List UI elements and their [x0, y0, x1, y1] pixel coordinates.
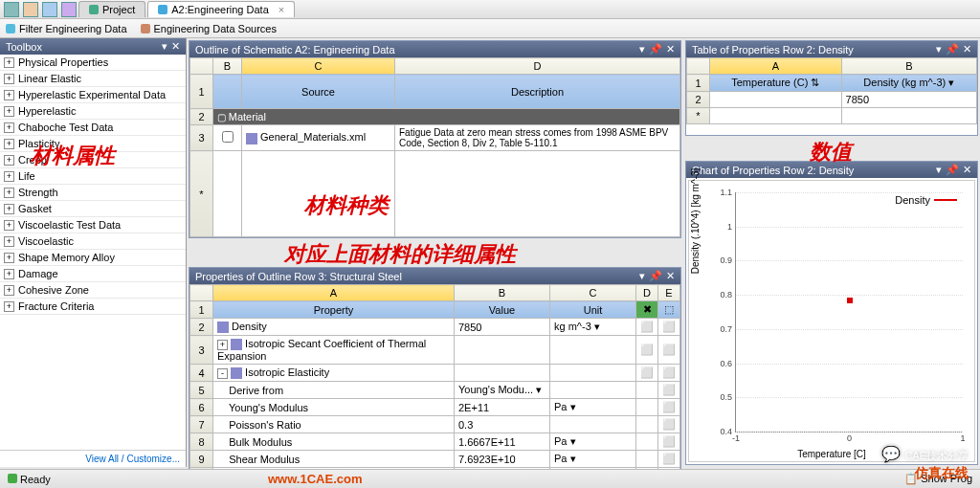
engdata-icon — [158, 5, 167, 14]
expand-icon[interactable]: + — [4, 139, 14, 149]
expand-icon[interactable]: + — [4, 90, 14, 100]
outline-panel: Outline of Schematic A2: Engineering Dat… — [189, 40, 681, 238]
close-icon[interactable]: ✕ — [963, 43, 971, 55]
dropdown-icon[interactable]: ▾ — [639, 43, 645, 55]
project-icon — [89, 5, 99, 14]
file-icon — [246, 133, 257, 144]
table-props-table[interactable]: AB 1Temperature (C) ⇅Density (kg m^-3) ▾… — [686, 57, 977, 124]
pin-icon[interactable]: 📌 — [946, 164, 959, 176]
property-row[interactable]: 3+ Isotropic Secant Coefficient of Therm… — [190, 336, 680, 365]
engineering-data-sources[interactable]: Engineering Data Sources — [141, 23, 277, 34]
pin-icon[interactable]: 📌 — [946, 43, 959, 55]
expand-icon[interactable]: + — [4, 155, 14, 166]
dropdown-icon[interactable]: ▾ — [936, 164, 942, 176]
dropdown-icon[interactable]: ▾ — [936, 43, 942, 55]
toolbox-item[interactable]: +Strength — [0, 185, 186, 201]
watermark-2: 仿真在线 — [915, 465, 969, 482]
table-props-panel: Table of Properties Row 2: Density ▾📌✕ A… — [685, 40, 978, 136]
toolbox-item[interactable]: +Fracture Criteria — [0, 299, 186, 315]
pin-icon[interactable]: ▾ — [162, 40, 167, 53]
filter-bar: Filter Engineering Data Engineering Data… — [0, 19, 980, 38]
dropdown-icon[interactable]: ▾ — [639, 270, 645, 282]
tool-icon-1[interactable] — [4, 2, 19, 17]
expand-icon[interactable]: + — [4, 74, 14, 84]
toolbox-customize[interactable]: View All / Customize... — [0, 450, 186, 467]
expand-icon[interactable]: + — [4, 204, 14, 214]
expand-icon[interactable]: + — [4, 236, 14, 247]
toolbox-list: +Physical Properties+Linear Elastic+Hype… — [0, 55, 186, 450]
prop-icon — [217, 322, 229, 333]
property-row[interactable]: 7 Poisson's Ratio0.3⬜ — [190, 416, 680, 433]
watermark-1: 💬 CAE技术分享 — [881, 445, 969, 463]
expand-icon[interactable]: + — [4, 188, 14, 198]
filter-icon — [6, 24, 15, 33]
data-point — [847, 298, 853, 303]
tab-project[interactable]: Project — [78, 1, 145, 17]
density-chart[interactable]: Density Density (.10^4) [kg m^-3] Temper… — [688, 180, 975, 462]
close-icon[interactable]: ✕ — [666, 43, 675, 55]
chart-ylabel: Density (.10^4) [kg m^-3] — [690, 167, 701, 274]
close-icon[interactable]: ✕ — [666, 270, 675, 282]
toolbox-item[interactable]: +Viscoelastic Test Data — [0, 217, 186, 233]
expand-icon[interactable]: + — [4, 285, 14, 296]
close-icon[interactable]: ✕ — [963, 164, 971, 176]
toolbox-item[interactable]: +Physical Properties — [0, 55, 186, 71]
filter-engineering-data[interactable]: Filter Engineering Data — [6, 23, 127, 34]
toolbox-item[interactable]: +Linear Elastic — [0, 71, 186, 87]
expand-icon[interactable]: + — [4, 220, 14, 231]
annotation-4: 数值 — [810, 138, 980, 159]
toolbox-header: Toolbox ▾✕ — [0, 38, 186, 55]
properties-header: Properties of Outline Row 3: Structural … — [189, 268, 680, 284]
toolbox-panel: Toolbox ▾✕ +Physical Properties+Linear E… — [0, 38, 187, 467]
expand-icon[interactable]: + — [4, 106, 14, 117]
toolbox-item[interactable]: +Chaboche Test Data — [0, 120, 186, 136]
tool-icon-2[interactable] — [23, 2, 38, 17]
tab-engineering-data[interactable]: A2:Engineering Data× — [147, 1, 295, 17]
toolbox-item[interactable]: +Plasticity — [0, 136, 186, 152]
status-bar: Ready 📋 Show Prog — [0, 469, 980, 488]
expand-icon[interactable]: + — [4, 122, 14, 133]
property-row[interactable]: 4- Isotropic Elasticity⬜⬜ — [190, 365, 680, 382]
pin-icon[interactable]: 📌 — [649, 270, 662, 282]
outline-table[interactable]: BCD 1SourceDescription 2▢ Material 3 Gen… — [189, 57, 680, 237]
toolbox-item[interactable]: +Creep — [0, 152, 186, 168]
toolbox-item[interactable]: +Hyperelastic — [0, 103, 186, 120]
watermark-3: www.1CAE.com — [268, 472, 362, 486]
toolbox-item[interactable]: +Cohesive Zone — [0, 282, 186, 299]
toolbox-item[interactable]: +Gasket — [0, 201, 186, 217]
close-icon[interactable]: ✕ — [171, 40, 180, 53]
tool-icon-3[interactable] — [42, 2, 57, 17]
expand-icon[interactable]: + — [4, 171, 14, 182]
expand-icon[interactable]: + — [4, 57, 14, 68]
property-row[interactable]: 6 Young's Modulus2E+11Pa ▾⬜ — [190, 399, 680, 416]
chart-panel: Chart of Properties Row 2: Density ▾📌✕ D… — [685, 161, 978, 465]
pin-icon[interactable]: 📌 — [649, 43, 662, 55]
property-row[interactable]: 9 Shear Modulus7.6923E+10Pa ▾⬜ — [190, 451, 680, 468]
tool-icon-4[interactable] — [61, 2, 77, 17]
ready-icon — [8, 474, 17, 483]
table-props-header: Table of Properties Row 2: Density ▾📌✕ — [686, 41, 977, 57]
expand-icon[interactable]: + — [4, 269, 14, 279]
expand-icon[interactable]: + — [4, 253, 14, 263]
outline-header: Outline of Schematic A2: Engineering Dat… — [189, 41, 680, 57]
sources-icon — [141, 24, 150, 33]
property-row[interactable]: 5 Derive fromYoung's Modu... ▾⬜ — [190, 382, 680, 399]
expand-icon[interactable]: + — [4, 301, 14, 312]
chart-header: Chart of Properties Row 2: Density ▾📌✕ — [686, 162, 977, 178]
properties-panel: Properties of Outline Row 3: Structural … — [189, 267, 681, 488]
toolbar: Project A2:Engineering Data× — [0, 0, 980, 19]
properties-table[interactable]: ABCDE 1PropertyValueUnit✖⬚ 2 Density7850… — [189, 284, 680, 488]
toolbox-item[interactable]: +Damage — [0, 266, 186, 282]
toolbox-item[interactable]: +Shape Memory Alloy — [0, 250, 186, 266]
chart-xlabel: Temperature [C] — [797, 449, 866, 459]
prop-icon — [231, 367, 242, 379]
close-icon[interactable]: × — [278, 4, 284, 15]
property-row[interactable]: 2 Density7850kg m^-3 ▾⬜⬜ — [190, 319, 680, 336]
toolbox-item[interactable]: +Life — [0, 168, 186, 185]
prop-icon — [231, 339, 242, 350]
property-row[interactable]: 8 Bulk Modulus1.6667E+11Pa ▾⬜ — [190, 433, 680, 451]
toolbox-item[interactable]: +Hyperelastic Experimental Data — [0, 87, 186, 103]
material-checkbox[interactable] — [222, 131, 234, 143]
toolbox-item[interactable]: +Viscoelastic — [0, 233, 186, 250]
